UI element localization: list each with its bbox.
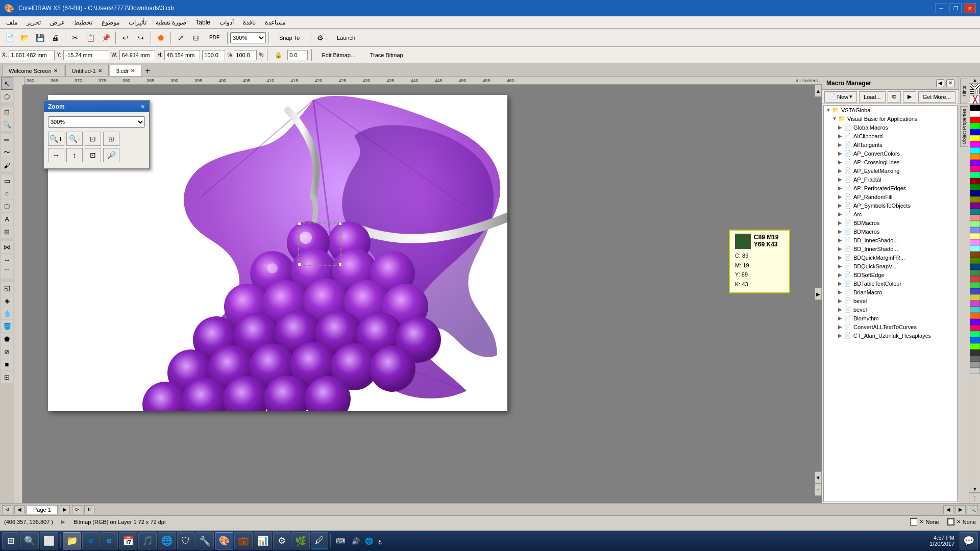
taskbar-app-7[interactable]: 💼 [234, 532, 253, 549]
align-button[interactable]: ⊟ [189, 31, 203, 45]
color-swatch-15[interactable] [970, 196, 980, 203]
color-swatch-26[interactable] [970, 264, 980, 270]
options-button[interactable]: ⚙ [313, 31, 327, 45]
eraser-tool[interactable]: ⊘ [1, 345, 13, 358]
color-swatch-11[interactable] [970, 172, 980, 178]
color-swatch-43[interactable] [970, 368, 980, 374]
open-button[interactable]: 📂 [17, 31, 32, 45]
stroke-swatch[interactable] [947, 518, 954, 525]
menu-layout[interactable]: تخطيط [70, 18, 96, 27]
pattern-swatch-3[interactable] [970, 89, 974, 94]
art-media-tool[interactable]: 🖌 [1, 159, 13, 171]
taskbar-app-1[interactable]: 📅 [119, 532, 137, 549]
color-swatch-32[interactable] [970, 300, 980, 307]
save-button[interactable]: 💾 [33, 31, 47, 45]
tree-arrow-convertall[interactable]: ▶ [838, 324, 844, 330]
menu-window[interactable]: نافذة [239, 18, 260, 27]
tree-arrow-ap_fractal[interactable]: ▶ [838, 177, 844, 182]
zoom-tool[interactable]: 🔍 [1, 118, 13, 131]
color-swatch-28[interactable] [970, 276, 980, 282]
color-swatch-22[interactable] [970, 239, 980, 245]
scale-x-input[interactable] [202, 50, 225, 60]
tree-item-bdmacros1[interactable]: ▶📄BDMacros [824, 218, 957, 227]
page-scroll-button[interactable]: ≡ [815, 484, 822, 496]
tree-item-ct_alan[interactable]: ▶📄CT_Alan_Uzunluk_Hesaplaycs [824, 331, 957, 340]
tree-item-ap_randomfill[interactable]: ▶📄AP_RandomFill [824, 192, 957, 201]
zoom-level-select[interactable]: 300% 100% 200% Fit Page [48, 116, 145, 128]
color-swatch-37[interactable] [970, 331, 980, 337]
taskbar-app-5[interactable]: 🔧 [195, 532, 214, 549]
paint-bucket-tool[interactable]: 🪣 [1, 320, 13, 332]
tree-arrow-aiclipboard[interactable]: ▶ [838, 133, 844, 139]
taskbar-search[interactable]: 🔍 [20, 532, 39, 549]
cut-button[interactable]: ✂ [68, 31, 82, 45]
tree-item-brianmacro[interactable]: ▶📄BrianMacro [824, 288, 957, 296]
tree-item-bd_innershadow2[interactable]: ▶📄BD_InnerShado... [824, 244, 957, 253]
zoom-selected-button[interactable]: 🔎 [103, 148, 119, 162]
close-button[interactable]: ✕ [964, 3, 976, 13]
taskbar-app-4[interactable]: 🛡 [177, 532, 194, 549]
new-dropdown-arrow[interactable]: ▾ [849, 93, 852, 100]
tree-arrow-bevel2[interactable]: ▶ [838, 307, 844, 312]
color-swatch-17[interactable] [970, 209, 980, 215]
play-button[interactable]: ⏸ [84, 505, 94, 514]
color-swatch-31[interactable] [970, 294, 980, 300]
taskbar-app-3[interactable]: 🌐 [158, 532, 176, 549]
menu-tools[interactable]: أدوات [215, 18, 238, 27]
color-swatch-33[interactable] [970, 307, 980, 313]
palette-scroll-down[interactable]: ▼ [969, 486, 980, 493]
bezier-tool[interactable]: 〜 [1, 146, 13, 159]
tree-arrow-bdquickmargin[interactable]: ▶ [838, 255, 844, 260]
taskbar-app-8[interactable]: 📊 [254, 532, 272, 549]
tree-item-ap_crossinglines[interactable]: ▶📄AP_CrossingLines [824, 158, 957, 166]
tree-item-bdsoft[interactable]: ▶📄BDSoftEdge [824, 270, 957, 279]
scale-y-input[interactable] [234, 50, 257, 60]
angle-input[interactable] [287, 50, 308, 60]
transparency-tool[interactable]: ◈ [1, 294, 13, 307]
hints-tab[interactable]: Hints [960, 79, 968, 104]
color-swatch-9[interactable] [970, 160, 980, 166]
macro-run-button[interactable]: ▶ [903, 91, 916, 103]
taskbar-clock[interactable]: 4:57 PM 1/20/2017 [929, 535, 959, 547]
tree-item-globalmacros[interactable]: ▶📄GlobalMacros [824, 123, 957, 132]
menu-object[interactable]: موضوع [97, 18, 124, 27]
zoom-fit-sel-button[interactable]: ⊞ [103, 132, 119, 146]
rectangle-tool[interactable]: ▭ [1, 174, 13, 187]
zoom-page-width-button[interactable]: ↔ [48, 148, 64, 162]
x-input[interactable] [9, 50, 55, 60]
tree-arrow-ap_eyeletmarking[interactable]: ▶ [838, 168, 844, 173]
tree-arrow-bd_innershadow2[interactable]: ▶ [838, 246, 844, 252]
first-page-button[interactable]: ⊲ [2, 505, 12, 514]
tree-item-bdtable[interactable]: ▶📄BDTableTextColour [824, 279, 957, 288]
pattern-swatch-4[interactable] [975, 89, 979, 94]
color-swatch-3[interactable] [970, 123, 980, 129]
tab-cdr[interactable]: 3.cdr ✕ [110, 65, 141, 76]
macro-close-button[interactable]: ✕ [946, 79, 954, 87]
color-swatch-7[interactable] [970, 147, 980, 154]
tree-arrow-bdquicksnap[interactable]: ▶ [838, 263, 844, 269]
color-swatch-35[interactable] [970, 319, 980, 325]
paste-button[interactable]: 📌 [99, 31, 113, 45]
parallel-tool[interactable]: ⋈ [1, 241, 13, 253]
tree-arrow-ap_convertcolors[interactable]: ▶ [838, 151, 844, 156]
next-view-button[interactable]: ▶ [955, 505, 966, 514]
color-swatch-21[interactable] [970, 233, 980, 239]
tree-arrow-bdsoft[interactable]: ▶ [838, 272, 844, 278]
menu-help[interactable]: مساعدة [261, 18, 289, 27]
add-tab-button[interactable]: + [142, 66, 153, 76]
interactive-fill-tool[interactable]: ■ [1, 358, 13, 370]
color-swatch-24[interactable] [970, 252, 980, 258]
snap-to-button[interactable]: Snap To [272, 31, 307, 45]
color-swatch-10[interactable] [970, 166, 980, 172]
text-tool[interactable]: A [1, 213, 13, 225]
zoom-out-button[interactable]: 🔍- [66, 132, 83, 146]
tab-cdr-close[interactable]: ✕ [131, 68, 135, 73]
color-swatch-4[interactable] [970, 129, 980, 135]
color-swatch-8[interactable] [970, 154, 980, 160]
tab-welcome[interactable]: Welcome Screen ✕ [2, 65, 64, 76]
next-page-button[interactable]: ▶ [60, 505, 70, 514]
freehand-tool[interactable]: ✏ [1, 134, 13, 146]
tree-arrow-arc[interactable]: ▶ [838, 211, 844, 217]
pattern-swatch-1[interactable] [970, 84, 974, 89]
color-swatch-16[interactable] [970, 203, 980, 209]
